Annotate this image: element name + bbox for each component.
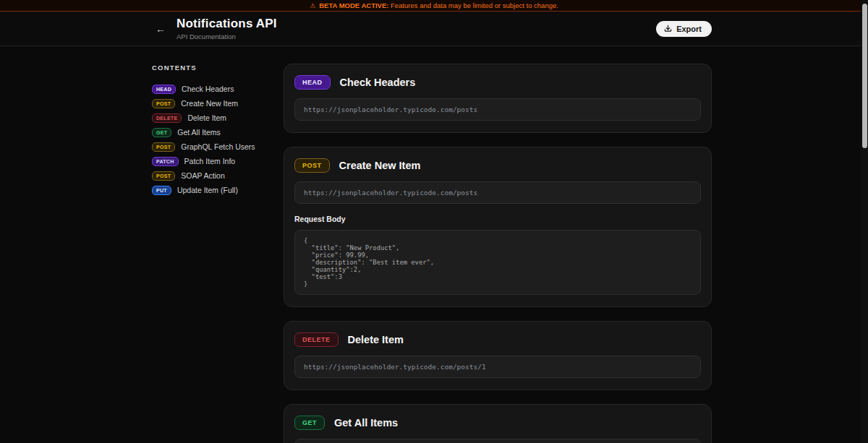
endpoint-card-header: POST Create New Item [294,158,701,173]
method-badge-put: PUT [152,186,171,195]
endpoint-card-header: GET Get All Items [294,416,701,430]
endpoint-card-header: DELETE Delete Item [294,332,701,347]
endpoint-card-get-all-items: GET Get All Items https://jsonplaceholde… [284,404,712,443]
content-area: CONTENTS HEAD Check Headers POST Create … [0,46,868,443]
title-block: Notifications API API Documentation [176,17,277,40]
sidebar-item-label: SOAP Action [181,171,225,180]
scrollbar-thumb[interactable] [862,4,867,148]
back-button[interactable]: ← [152,20,169,38]
method-badge-patch: PATCH [152,157,179,166]
endpoints-main: HEAD Check Headers https://jsonplacehold… [284,64,712,443]
sidebar-item-get-all-items[interactable]: GET Get All Items [152,125,284,139]
banner-text: Features and data may be limited or subj… [391,1,558,9]
warning-icon: ⚠ [310,2,315,9]
method-badge-post: POST [294,158,330,173]
sidebar-item-update-item-full[interactable]: PUT Update Item (Full) [152,183,284,197]
app-header: ← Notifications API API Documentation Ex… [0,12,868,46]
sidebar-item-create-new-item[interactable]: POST Create New Item [152,96,284,111]
sidebar-item-label: Check Headers [182,85,234,93]
method-badge-post: POST [152,171,175,181]
endpoint-url-input[interactable]: https://jsonplaceholder.typicode.com/pos… [294,181,701,204]
back-arrow-icon: ← [156,23,166,35]
page-subtitle: API Documentation [176,33,277,40]
export-button[interactable]: Export [656,21,712,37]
request-body-label: Request Body [294,215,701,223]
contents-heading: CONTENTS [152,64,284,72]
endpoint-title: Delete Item [348,334,404,345]
request-body-editor[interactable]: { "title": "New Product", "price": 99.99… [294,230,701,295]
sidebar-item-label: Patch Item Info [184,157,236,165]
sidebar-item-label: Update Item (Full) [177,186,238,194]
method-badge-post: POST [152,99,175,108]
sidebar-item-check-headers[interactable]: HEAD Check Headers [152,82,284,96]
sidebar-item-label: Get All Items [177,128,221,137]
request-body-json: { "title": "New Product", "price": 99.99… [304,237,692,288]
method-badge-get: GET [294,416,325,430]
sidebar-item-label: Create New Item [181,99,238,108]
endpoint-card-header: HEAD Check Headers [294,75,701,90]
sidebar-item-label: Delete Item [187,113,226,122]
endpoint-url-input[interactable]: https://jsonplaceholder.typicode.com/pos… [294,98,701,121]
endpoint-card-check-headers: HEAD Check Headers https://jsonplacehold… [284,64,712,133]
banner-bold-text: BETA MODE ACTIVE: [319,1,388,9]
contents-sidebar: CONTENTS HEAD Check Headers POST Create … [152,64,284,443]
page-title: Notifications API [176,17,277,31]
endpoint-url-input[interactable]: https://jsonplaceholder.typicode.com/pos… [294,439,701,443]
endpoint-card-delete-item: DELETE Delete Item https://jsonplacehold… [284,321,712,390]
endpoint-title: Create New Item [339,160,421,171]
method-badge-post: POST [152,142,175,152]
endpoint-url-input[interactable]: https://jsonplaceholder.typicode.com/pos… [294,356,701,378]
endpoint-title: Get All Items [334,417,398,429]
method-badge-head: HEAD [152,85,176,94]
endpoint-title: Check Headers [340,77,416,88]
export-button-label: Export [676,25,702,33]
sidebar-item-label: GraphQL Fetch Users [181,142,255,151]
sidebar-item-graphql-fetch-users[interactable]: POST GraphQL Fetch Users [152,139,284,154]
method-badge-delete: DELETE [152,113,182,123]
method-badge-delete: DELETE [294,332,339,347]
contents-list: HEAD Check Headers POST Create New Item … [152,82,284,197]
endpoint-card-create-new-item: POST Create New Item https://jsonplaceho… [284,147,712,307]
beta-mode-banner: ⚠ BETA MODE ACTIVE: Features and data ma… [0,0,868,12]
sidebar-item-delete-item[interactable]: DELETE Delete Item [152,111,284,125]
method-badge-get: GET [152,128,171,137]
sidebar-item-soap-action[interactable]: POST SOAP Action [152,168,284,183]
sidebar-item-patch-item-info[interactable]: PATCH Patch Item Info [152,154,284,168]
download-icon [664,25,672,33]
method-badge-head: HEAD [294,75,331,90]
